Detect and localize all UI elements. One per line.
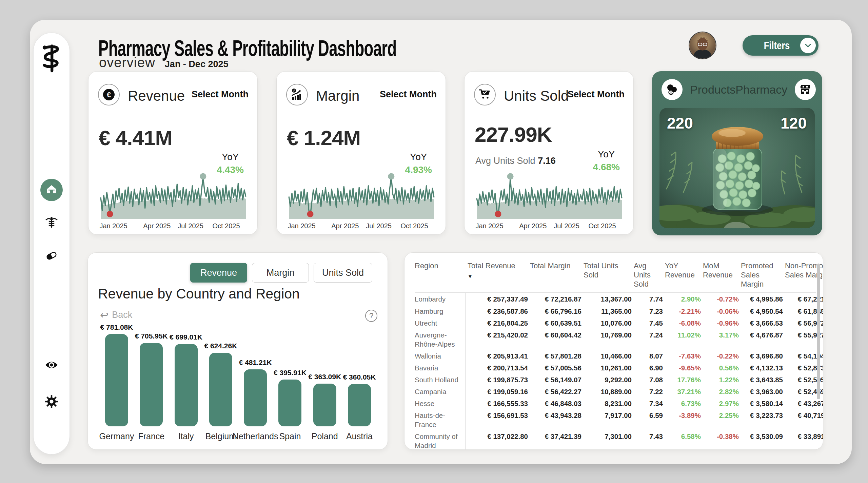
sidebar-item-medication[interactable] [40, 245, 63, 268]
filters-button[interactable]: Filters [743, 35, 818, 56]
sort-descending-icon: ▼ [468, 273, 528, 279]
column-header-total-margin[interactable]: Total Margin [530, 262, 581, 291]
bar-category-label: Poland [312, 426, 338, 441]
avatar[interactable] [689, 32, 716, 59]
value-cell: -2.21% [665, 305, 701, 317]
bar-category-label: Belgium [205, 426, 236, 441]
value-cell: 1.22% [703, 374, 739, 386]
bar-france[interactable] [140, 343, 163, 426]
table-row[interactable]: Bavaria€ 200,713.54€ 57,005.5610,261.006… [415, 362, 816, 374]
gear-icon [45, 395, 58, 410]
value-cell: € 216,804.25 [468, 317, 528, 329]
bar-value-label: € 699.01K [170, 333, 202, 341]
table-row[interactable]: Auvergne-Rhône-Alpes€ 215,420.02€ 60,604… [415, 329, 816, 350]
bar-netherlands[interactable] [244, 369, 267, 426]
table-row[interactable]: Hauts-de-France€ 156,691.53€ 43,943.287,… [415, 409, 816, 430]
axis-tick-label: Jan 2025 [288, 222, 315, 230]
value-cell: 7.43 [634, 430, 663, 450]
sidebar-item-settings[interactable] [40, 391, 63, 413]
value-cell: 17.76% [665, 374, 701, 386]
tab-margin[interactable]: Margin [252, 263, 309, 283]
margin-sparkline-chart [286, 169, 437, 221]
tab-units-sold[interactable]: Units Sold [314, 263, 372, 283]
column-header-promoted-sales-margin[interactable]: Promoted Sales Margin [741, 262, 783, 291]
value-cell: 11,365.00 [584, 305, 632, 317]
value-cell: € 37,421.39 [530, 430, 581, 450]
bar-spain[interactable] [278, 380, 301, 426]
bar-poland[interactable] [313, 384, 336, 426]
table-row[interactable]: Wallonia€ 205,913.41€ 57,801.2810,466.00… [415, 350, 816, 362]
table-row[interactable]: Lombardy€ 257,337.49€ 72,216.8713,367.00… [415, 293, 816, 305]
bar-value-label: € 705.95K [135, 332, 168, 340]
sidebar-item-medical[interactable] [40, 212, 63, 234]
value-cell: 8.07 [634, 350, 663, 362]
value-cell: € 3,223.73 [741, 409, 783, 430]
bar-value-label: € 360.05K [343, 373, 376, 381]
value-cell: 0.56% [703, 362, 739, 374]
table-scrollbar [817, 264, 820, 440]
value-cell: 2.82% [703, 386, 739, 398]
table-row[interactable]: Campania€ 199,059.16€ 56,422.2710,889.00… [415, 386, 816, 398]
chart-tabs: RevenueMarginUnits Sold [190, 263, 372, 283]
column-header-yoy-revenue[interactable]: YoY Revenue [665, 262, 701, 291]
bar-column-france: € 705.95KFrance [135, 319, 167, 441]
value-cell: 7.24 [634, 329, 663, 350]
min-point-dot [307, 211, 314, 217]
bar-belgium[interactable] [209, 353, 232, 426]
column-header-total-units-sold[interactable]: Total Units Sold [584, 262, 632, 291]
value-cell: -9.65% [665, 362, 701, 374]
value-cell: -0.96% [703, 317, 739, 329]
value-cell: € 257,337.49 [468, 293, 528, 305]
value-cell: 7.22 [634, 386, 663, 398]
value-cell: € 199,875.73 [468, 374, 528, 386]
table-row[interactable]: Community of Madrid€ 137,022.80€ 37,421.… [415, 430, 816, 450]
axis-tick-label: Apr 2025 [143, 222, 171, 230]
kpi-card-margin: Margin Select Month € 1.24M YoY 4.93% Ja… [276, 71, 446, 235]
bar-column-italy: € 699.01KItaly [170, 319, 202, 441]
axis-tick-label: Jan 2025 [99, 222, 127, 230]
revenue-sparkline-chart [98, 169, 249, 221]
select-month-dropdown[interactable]: Select Month [380, 89, 437, 100]
value-cell: -6.08% [665, 317, 701, 329]
bar-italy[interactable] [175, 344, 198, 426]
kpi-title: Revenue [128, 88, 185, 104]
sidebar-item-view[interactable] [40, 354, 63, 377]
value-cell: 10,889.00 [584, 386, 632, 398]
column-header-mom-revenue[interactable]: MoM Revenue [703, 262, 739, 291]
column-header-region[interactable]: Region [415, 262, 466, 291]
bar-category-label: Spain [279, 426, 301, 441]
pills-icon [662, 79, 683, 100]
tab-revenue[interactable]: Revenue [190, 263, 247, 283]
region-cell: Hesse [415, 398, 466, 409]
select-month-dropdown[interactable]: Select Month [192, 89, 249, 100]
region-cell: South Holland [415, 374, 466, 386]
value-cell: € 4,950.54 [741, 305, 783, 317]
back-label: Back [112, 310, 132, 320]
column-header-total-revenue[interactable]: Total Revenue▼ [468, 262, 528, 291]
products-count: 220 [667, 114, 693, 132]
select-month-dropdown[interactable]: Select Month [568, 89, 625, 100]
pharmacy-label: Pharmacy [735, 83, 787, 96]
column-header-avg-units-sold[interactable]: Avg Units Sold [634, 262, 663, 291]
margin-chart-icon [286, 84, 308, 105]
bar-category-label: France [138, 426, 164, 441]
value-cell: € 3,963.00 [741, 386, 783, 398]
axis-tick-label: Apr 2025 [331, 222, 359, 230]
scrollbar-thumb[interactable] [817, 264, 820, 399]
table-row[interactable]: Hesse€ 166,555.33€ 46,848.038,231.007.34… [415, 398, 816, 409]
table-row[interactable]: Hamburg€ 236,587.86€ 66,796.1611,365.007… [415, 305, 816, 317]
bar-column-poland: € 363.09KPoland [309, 319, 341, 441]
table-row[interactable]: South Holland€ 199,875.73€ 56,149.079,29… [415, 374, 816, 386]
sidebar-item-home[interactable] [40, 179, 63, 201]
bar-austria[interactable] [348, 384, 371, 426]
value-cell: € 166,555.33 [468, 398, 528, 409]
bar-category-label: Netherlands [233, 426, 278, 441]
value-cell: € 4,995.86 [741, 293, 783, 305]
bar-germany[interactable] [105, 334, 128, 426]
bar-category-label: Italy [178, 426, 194, 441]
value-cell: 8,231.00 [584, 398, 632, 409]
bar-column-germany: € 781.08KGermany [101, 319, 133, 441]
value-cell: 10,261.00 [584, 362, 632, 374]
value-cell: € 3,666.53 [741, 317, 783, 329]
table-row[interactable]: Utrecht€ 216,804.25€ 60,639.5110,076.007… [415, 317, 816, 329]
